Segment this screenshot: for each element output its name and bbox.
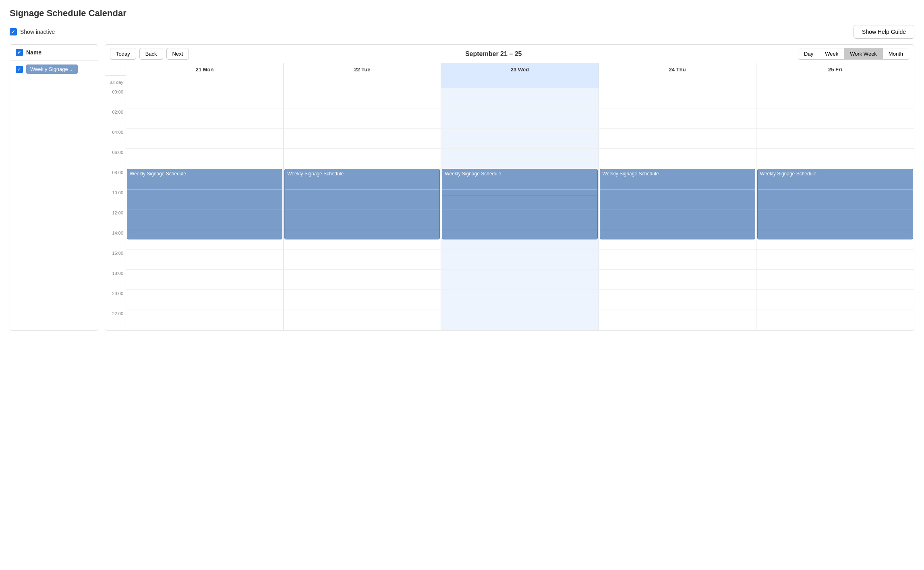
event-internal-line-14	[285, 230, 439, 230]
page-title: Signage Schedule Calendar	[10, 8, 914, 19]
cell-10-4	[756, 290, 914, 310]
calendar-body: 00:0002:0004:0006:0008:00Weekly Signage …	[105, 88, 914, 330]
calendar-scroll[interactable]: 00:0002:0004:0006:0008:00Weekly Signage …	[105, 88, 914, 330]
cell-11-3	[599, 310, 756, 330]
event-internal-line-10	[758, 189, 913, 190]
show-inactive-label: Show inactive	[20, 29, 55, 35]
cell-2-0	[126, 129, 284, 149]
show-inactive-checkbox[interactable]: ✓	[10, 28, 17, 35]
cell-4-3: Weekly Signage Schedule	[599, 169, 756, 189]
day-header-0: 21 Mon	[126, 63, 284, 76]
time-label-6: 12:00	[105, 209, 126, 229]
allday-cell-0	[126, 76, 284, 88]
sidebar-item-0: ✓ Weekly Signage ...	[10, 60, 98, 78]
allday-cell-2	[441, 76, 599, 88]
cell-9-4	[756, 270, 914, 290]
cell-3-4	[756, 149, 914, 169]
cell-10-2	[441, 290, 599, 310]
event-internal-line-10	[600, 189, 755, 190]
event-block-3[interactable]: Weekly Signage Schedule	[600, 169, 755, 239]
cell-1-0	[126, 108, 284, 129]
sidebar: ✓ Name ✓ Weekly Signage ...	[10, 44, 98, 331]
event-internal-line-14	[442, 230, 597, 230]
event-internal-line-12	[285, 210, 439, 210]
cell-1-3	[599, 108, 756, 129]
event-internal-line-14	[127, 230, 282, 230]
event-block-4[interactable]: Weekly Signage Schedule	[757, 169, 913, 239]
cell-1-2	[441, 108, 599, 129]
view-day-button[interactable]: Day	[798, 48, 819, 59]
cell-4-2: Weekly Signage Schedule	[441, 169, 599, 189]
day-header-2: 23 Wed	[441, 63, 599, 76]
cell-11-0	[126, 310, 284, 330]
cell-0-1	[284, 88, 441, 108]
view-week-button[interactable]: Week	[819, 48, 844, 59]
time-label-1: 02:00	[105, 108, 126, 129]
cell-1-1	[284, 108, 441, 129]
event-internal-line-14	[758, 230, 913, 230]
cell-11-1	[284, 310, 441, 330]
event-internal-line-12	[600, 210, 755, 210]
time-label-8: 16:00	[105, 250, 126, 270]
cell-10-3	[599, 290, 756, 310]
time-label-10: 20:00	[105, 290, 126, 310]
time-label-0: 00:00	[105, 88, 126, 108]
cell-3-2	[441, 149, 599, 169]
time-label-9: 18:00	[105, 270, 126, 290]
sidebar-item-checkbox-0[interactable]: ✓	[16, 66, 23, 73]
cell-4-1: Weekly Signage Schedule	[284, 169, 441, 189]
sidebar-name-checkbox[interactable]: ✓	[16, 49, 23, 56]
view-buttons: Day Week Work Week Month	[798, 48, 909, 60]
cell-8-3	[599, 250, 756, 270]
event-internal-line-10	[285, 189, 439, 190]
cell-10-0	[126, 290, 284, 310]
calendar-title: September 21 – 25	[192, 50, 795, 58]
show-inactive-toggle[interactable]: ✓ Show inactive	[10, 28, 55, 35]
cell-0-4	[756, 88, 914, 108]
cell-2-3	[599, 129, 756, 149]
calendar: Today Back Next September 21 – 25 Day We…	[105, 44, 914, 331]
cell-9-1	[284, 270, 441, 290]
cell-3-3	[599, 149, 756, 169]
event-block-1[interactable]: Weekly Signage Schedule	[284, 169, 440, 239]
cell-3-0	[126, 149, 284, 169]
back-button[interactable]: Back	[139, 48, 163, 60]
today-button[interactable]: Today	[110, 48, 136, 60]
top-bar: ✓ Show inactive Show Help Guide	[10, 25, 914, 39]
view-workweek-button[interactable]: Work Week	[844, 48, 883, 59]
cell-10-1	[284, 290, 441, 310]
view-month-button[interactable]: Month	[883, 48, 909, 59]
current-time-line	[442, 195, 597, 196]
time-label-2: 04:00	[105, 129, 126, 149]
cell-11-2	[441, 310, 599, 330]
event-block-0[interactable]: Weekly Signage Schedule	[127, 169, 282, 239]
allday-cell-1	[284, 76, 441, 88]
cell-0-3	[599, 88, 756, 108]
calendar-header: 21 Mon22 Tue23 Wed24 Thu25 Fri	[105, 63, 914, 76]
event-internal-line-10	[442, 189, 597, 190]
cell-9-3	[599, 270, 756, 290]
event-block-2[interactable]: Weekly Signage Schedule	[442, 169, 597, 239]
cell-9-2	[441, 270, 599, 290]
sidebar-header-label: Name	[26, 49, 41, 56]
main-layout: ✓ Name ✓ Weekly Signage ... Today Back N…	[10, 44, 914, 331]
time-label-7: 14:00	[105, 229, 126, 250]
help-guide-button[interactable]: Show Help Guide	[854, 25, 914, 39]
cell-8-1	[284, 250, 441, 270]
event-internal-line-12	[127, 210, 282, 210]
time-label-3: 06:00	[105, 149, 126, 169]
time-label-11: 22:00	[105, 310, 126, 330]
next-button[interactable]: Next	[166, 48, 189, 60]
cell-2-1	[284, 129, 441, 149]
allday-row: all-day	[105, 76, 914, 88]
cell-1-4	[756, 108, 914, 129]
cell-8-2	[441, 250, 599, 270]
cell-8-4	[756, 250, 914, 270]
cell-2-2	[441, 129, 599, 149]
cell-4-0: Weekly Signage Schedule	[126, 169, 284, 189]
allday-cell-3	[599, 76, 756, 88]
day-header-4: 25 Fri	[756, 63, 914, 76]
cell-0-2	[441, 88, 599, 108]
cell-2-4	[756, 129, 914, 149]
sidebar-item-label-0[interactable]: Weekly Signage ...	[26, 64, 78, 74]
